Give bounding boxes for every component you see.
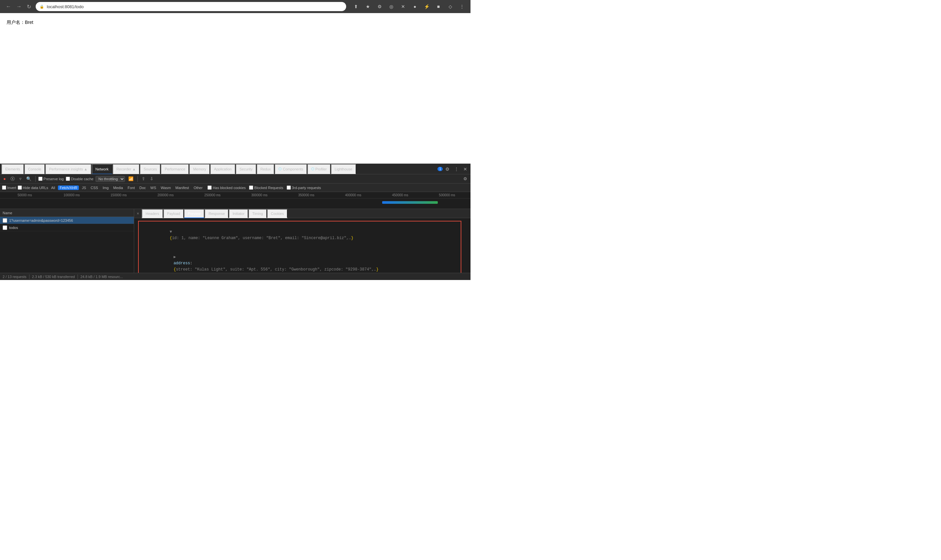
tab-lighthouse[interactable]: Lighthouse: [331, 164, 356, 174]
request-checkbox-todos[interactable]: [3, 225, 7, 230]
timeline-track[interactable]: [0, 198, 470, 209]
filter-wasm[interactable]: Wasm: [159, 185, 172, 190]
browser-icons: ⬆ ★ ⚙ ◎ ✕ ● ⚡ ■ ◇ ⋮: [351, 2, 467, 11]
tab-security[interactable]: Security: [236, 164, 257, 174]
filter-ws[interactable]: WS: [149, 185, 158, 190]
preview-close-button[interactable]: ×: [136, 211, 140, 216]
tab-performance-insights[interactable]: Performance insights ▲: [45, 164, 91, 174]
marker-400k: 400000 ms: [330, 193, 377, 197]
tab-elements[interactable]: Elements: [1, 164, 24, 174]
disable-cache-checkbox[interactable]: Disable cache: [66, 177, 94, 181]
bookmark-icon[interactable]: ★: [363, 2, 372, 11]
clear-button[interactable]: Ⓧ: [9, 175, 16, 183]
import-button[interactable]: ⇧: [140, 175, 146, 182]
request-checkbox-login[interactable]: [3, 218, 7, 223]
back-button[interactable]: ←: [4, 2, 13, 11]
json-expand-root[interactable]: ▼: [169, 230, 172, 234]
tab-console[interactable]: Console: [24, 164, 45, 174]
extension-icon-4[interactable]: ●: [410, 2, 419, 11]
marker-300k: 300000 ms: [236, 193, 283, 197]
browser-chrome: ← → ↻ 🔒 localhost:8081/todo ⬆ ★ ⚙ ◎ ✕ ● …: [0, 0, 470, 13]
request-item-login[interactable]: 1?username=admin&password=123456: [0, 217, 134, 224]
reload-button[interactable]: ↻: [25, 2, 33, 11]
preview-tab-initiator[interactable]: Initiator: [229, 209, 248, 218]
json-expand-address[interactable]: ▶: [173, 255, 176, 259]
tab-components[interactable]: ⬡ Components: [274, 164, 307, 174]
network-main: Name 1?username=admin&password=123456 to…: [0, 209, 470, 273]
tab-performance[interactable]: Performance: [161, 164, 189, 174]
share-icon[interactable]: ⬆: [351, 2, 360, 11]
status-separator-1: [29, 274, 29, 279]
filter-fetch-xhr[interactable]: Fetch/XHR: [58, 185, 79, 190]
filter-js[interactable]: JS: [80, 185, 88, 190]
address-bar[interactable]: 🔒 localhost:8081/todo: [35, 2, 346, 11]
timeline-progress: [382, 201, 438, 204]
marker-450k: 450000 ms: [377, 193, 424, 197]
filter-css[interactable]: CSS: [89, 185, 100, 190]
status-separator-2: [77, 274, 78, 279]
lock-icon: 🔒: [40, 5, 44, 9]
close-devtools-button[interactable]: ✕: [461, 165, 469, 173]
preview-tab-response[interactable]: Response: [205, 209, 229, 218]
third-party-checkbox[interactable]: 3rd-party requests: [286, 185, 321, 190]
json-root-line[interactable]: ▼ {id: 1, name: "Leanne Graham", usernam…: [141, 223, 458, 248]
preview-panel: × Headers Payload Preview Response Initi…: [134, 209, 470, 273]
tab-memory[interactable]: Memory: [189, 164, 210, 174]
requests-count: 2 / 13 requests: [3, 275, 26, 279]
tab-recorder[interactable]: Recorder ▲: [112, 164, 140, 174]
nav-buttons: ← → ↻: [4, 2, 33, 11]
transferred-size: 2.3 kB / 530 kB transferred: [32, 275, 75, 279]
preview-tab-timing[interactable]: Timing: [248, 209, 267, 218]
devtools-panel: Elements Console Performance insights ▲ …: [0, 163, 470, 280]
json-address-line[interactable]: ▶ address: {street: "Kulas Light", suite…: [145, 248, 458, 273]
preview-tab-headers[interactable]: Headers: [142, 209, 163, 218]
preview-tab-payload[interactable]: Payload: [163, 209, 184, 218]
requests-list: 1?username=admin&password=123456 todos: [0, 217, 134, 273]
timeline-bar: 50000 ms 100000 ms 150000 ms 200000 ms 2…: [0, 192, 470, 209]
tab-redux[interactable]: Redux: [257, 164, 275, 174]
preview-tab-cookies[interactable]: Cookies: [267, 209, 288, 218]
request-item-todos[interactable]: todos: [0, 224, 134, 231]
tab-application[interactable]: Application: [210, 164, 236, 174]
preview-content: ▼ {id: 1, name: "Leanne Graham", usernam…: [134, 218, 470, 273]
extension-icon-5[interactable]: ⚡: [422, 2, 431, 11]
settings-button[interactable]: ⚙: [444, 165, 451, 173]
wifi-icon[interactable]: 📶: [127, 175, 135, 182]
tab-profiler[interactable]: ⬡ Profiler: [307, 164, 331, 174]
has-blocked-cookies-checkbox[interactable]: Has blocked cookies: [208, 185, 246, 190]
filter-all[interactable]: All: [49, 185, 57, 190]
marker-250k: 250000 ms: [189, 193, 236, 197]
url-text: localhost:8081/todo: [47, 4, 84, 9]
marker-100k: 100000 ms: [48, 193, 95, 197]
more-options-button[interactable]: ⋮: [457, 2, 467, 11]
blocked-requests-checkbox[interactable]: Blocked Requests: [249, 185, 283, 190]
filter-media[interactable]: Media: [112, 185, 125, 190]
tab-network[interactable]: Network: [92, 164, 112, 174]
export-button[interactable]: ⇩: [149, 175, 155, 182]
invert-checkbox[interactable]: Invert: [2, 185, 16, 190]
tab-sources[interactable]: Sources: [140, 164, 161, 174]
resources-size: 24.8 kB / 1.9 MB resourc...: [80, 275, 123, 279]
preserve-log-checkbox[interactable]: Preserve log: [38, 177, 64, 181]
extension-icon-2[interactable]: ◎: [387, 2, 396, 11]
filter-other[interactable]: Other: [192, 185, 205, 190]
hide-data-urls-checkbox[interactable]: Hide data URLs: [18, 185, 48, 190]
filter-img[interactable]: Img: [101, 185, 110, 190]
preview-tab-preview[interactable]: Preview: [184, 209, 205, 218]
extension-icon-7[interactable]: ◇: [446, 2, 455, 11]
throttle-select[interactable]: No throttling: [95, 176, 125, 182]
request-name-todos: todos: [9, 226, 131, 230]
extension-icon-3[interactable]: ✕: [399, 2, 408, 11]
settings-icon[interactable]: ⚙: [462, 175, 468, 182]
filter-doc[interactable]: Doc: [138, 185, 148, 190]
extension-icon-6[interactable]: ■: [434, 2, 443, 11]
filter-manifest[interactable]: Manifest: [174, 185, 191, 190]
record-button[interactable]: ●: [2, 175, 7, 182]
more-devtools-button[interactable]: ⋮: [452, 165, 460, 173]
extension-icon-1[interactable]: ⚙: [375, 2, 384, 11]
forward-button[interactable]: →: [14, 2, 23, 11]
filter-font[interactable]: Font: [126, 185, 136, 190]
filter-toggle-button[interactable]: ▿: [18, 175, 23, 182]
devtools-tab-bar: Elements Console Performance insights ▲ …: [0, 164, 470, 174]
search-button[interactable]: 🔍: [25, 175, 33, 182]
